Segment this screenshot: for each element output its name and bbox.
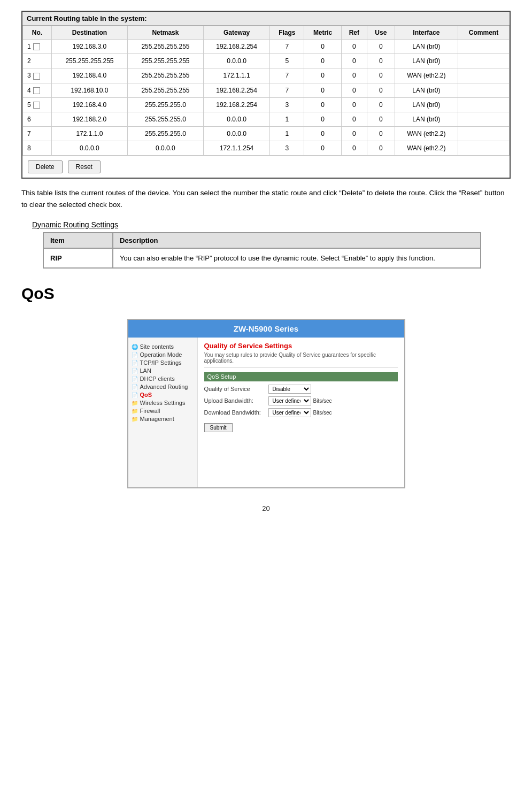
- row-ref: 0: [341, 54, 367, 68]
- row-ref: 0: [341, 68, 367, 83]
- row-destination: 172.1.1.0: [51, 127, 127, 141]
- form-select-1[interactable]: User defined: [268, 396, 311, 405]
- sidebar-item-management[interactable]: Management: [132, 416, 194, 422]
- delete-button[interactable]: Delete: [28, 160, 63, 173]
- row-no: 7: [23, 127, 52, 141]
- row-ref: 0: [341, 127, 367, 141]
- routing-col-metric: Metric: [304, 26, 341, 40]
- row-checkbox[interactable]: [33, 73, 40, 80]
- device-main: Quality of Service Settings You may setu…: [198, 338, 404, 487]
- form-select-0[interactable]: DisableEnable: [268, 385, 311, 394]
- row-use: 0: [367, 141, 395, 156]
- row-comment: [458, 83, 510, 97]
- reset-button[interactable]: Reset: [68, 160, 101, 173]
- form-label-2: Download Bandwidth:: [204, 409, 268, 416]
- row-use: 0: [367, 83, 395, 97]
- form-label-1: Upload Bandwidth:: [204, 397, 268, 404]
- row-checkbox[interactable]: [33, 43, 40, 50]
- row-netmask: 255.255.255.255: [127, 54, 203, 68]
- row-netmask: 0.0.0.0: [127, 141, 203, 156]
- device-section-title: Quality of Service Settings: [204, 342, 398, 350]
- row-interface: WAN (eth2.2): [395, 141, 458, 156]
- row-gateway: 0.0.0.0: [203, 54, 269, 68]
- row-metric: 0: [304, 83, 341, 97]
- qos-section: QoS ZW-N5900 Series Site contentsOperati…: [21, 285, 511, 488]
- row-use: 0: [367, 54, 395, 68]
- row-netmask: 255.255.255.0: [127, 97, 203, 112]
- device-form-rows: Quality of ServiceDisableEnableUpload Ba…: [204, 385, 398, 417]
- row-ref: 0: [341, 83, 367, 97]
- row-destination: 0.0.0.0: [51, 141, 127, 156]
- form-row-0: Quality of ServiceDisableEnable: [204, 385, 398, 394]
- routing-table-container: Current Routing table in the system: No.…: [21, 11, 511, 179]
- row-netmask: 255.255.255.0: [127, 112, 203, 127]
- row-no: 1: [23, 40, 52, 54]
- row-ref: 0: [341, 112, 367, 127]
- device-header: ZW-N5900 Series: [128, 320, 404, 338]
- sidebar-item-site-contents[interactable]: Site contents: [132, 343, 194, 350]
- page-icon: [132, 359, 138, 366]
- page-number: 20: [21, 504, 511, 512]
- sidebar-item-tcp-ip-settings[interactable]: TCP/IP Settings: [132, 359, 194, 366]
- row-no: 5: [23, 97, 52, 112]
- row-flags: 3: [270, 97, 304, 112]
- row-no: 6: [23, 112, 52, 127]
- sidebar-item-label: DHCP clients: [140, 376, 175, 382]
- table-row: RIPYou can also enable the “RIP” protoco…: [43, 248, 481, 268]
- row-destination: 192.168.10.0: [51, 83, 127, 97]
- device-submit-button[interactable]: Submit: [204, 423, 233, 432]
- table-buttons: Delete Reset: [22, 156, 510, 178]
- sidebar-item-firewall[interactable]: Firewall: [132, 408, 194, 414]
- row-checkbox[interactable]: [33, 87, 40, 94]
- routing-col-netmask: Netmask: [127, 26, 203, 40]
- row-comment: [458, 54, 510, 68]
- row-gateway: 192.168.2.254: [203, 40, 269, 54]
- sidebar-item-label: Site contents: [140, 343, 174, 350]
- table-row: 2255.255.255.255255.255.255.2550.0.0.050…: [23, 54, 510, 68]
- row-metric: 0: [304, 54, 341, 68]
- dynamic-routing-table: ItemDescription RIPYou can also enable t…: [43, 232, 481, 269]
- device-subtitle: You may setup rules to provide Quality o…: [204, 352, 398, 367]
- sidebar-item-qos[interactable]: QoS: [132, 392, 194, 398]
- row-interface: WAN (eth2.2): [395, 68, 458, 83]
- table-row: 7172.1.1.0255.255.255.00.0.0.01000WAN (e…: [23, 127, 510, 141]
- row-comment: [458, 112, 510, 127]
- row-flags: 5: [270, 54, 304, 68]
- sidebar-item-advanced-routing[interactable]: Advanced Routing: [132, 384, 194, 390]
- sidebar-item-operation-mode[interactable]: Operation Mode: [132, 351, 194, 358]
- row-flags: 1: [270, 127, 304, 141]
- row-netmask: 255.255.255.255: [127, 40, 203, 54]
- sidebar-item-label: Advanced Routing: [140, 384, 188, 390]
- sidebar-item-label: Management: [140, 416, 174, 422]
- sidebar-item-label: Firewall: [140, 408, 160, 414]
- page-icon: [132, 376, 138, 382]
- sidebar-item-wireless-settings[interactable]: Wireless Settings: [132, 400, 194, 406]
- routing-col-gateway: Gateway: [203, 26, 269, 40]
- row-metric: 0: [304, 68, 341, 83]
- row-no: 4: [23, 83, 52, 97]
- folder-icon: [132, 408, 138, 414]
- form-select-2[interactable]: User defined: [268, 408, 311, 417]
- row-interface: WAN (eth2.2): [395, 127, 458, 141]
- sidebar-item-dhcp-clients[interactable]: DHCP clients: [132, 376, 194, 382]
- row-use: 0: [367, 40, 395, 54]
- row-destination: 192.168.2.0: [51, 112, 127, 127]
- sidebar-item-lan[interactable]: LAN: [132, 367, 194, 374]
- form-unit-2: Bits/sec: [313, 410, 332, 416]
- row-gateway: 0.0.0.0: [203, 112, 269, 127]
- table-row: 4192.168.10.0255.255.255.255192.168.2.25…: [23, 83, 510, 97]
- row-comment: [458, 40, 510, 54]
- device-body: Site contentsOperation ModeTCP/IP Settin…: [128, 338, 404, 487]
- form-row-1: Upload Bandwidth:User definedBits/sec: [204, 396, 398, 405]
- row-checkbox[interactable]: [33, 102, 40, 109]
- row-netmask: 255.255.255.255: [127, 83, 203, 97]
- routing-col-use: Use: [367, 26, 395, 40]
- row-no: 2: [23, 54, 52, 68]
- row-gateway: 0.0.0.0: [203, 127, 269, 141]
- row-comment: [458, 97, 510, 112]
- dynamic-item: RIP: [43, 248, 113, 268]
- row-interface: LAN (br0): [395, 97, 458, 112]
- sidebar-item-label: TCP/IP Settings: [140, 359, 182, 366]
- row-flags: 3: [270, 141, 304, 156]
- row-use: 0: [367, 97, 395, 112]
